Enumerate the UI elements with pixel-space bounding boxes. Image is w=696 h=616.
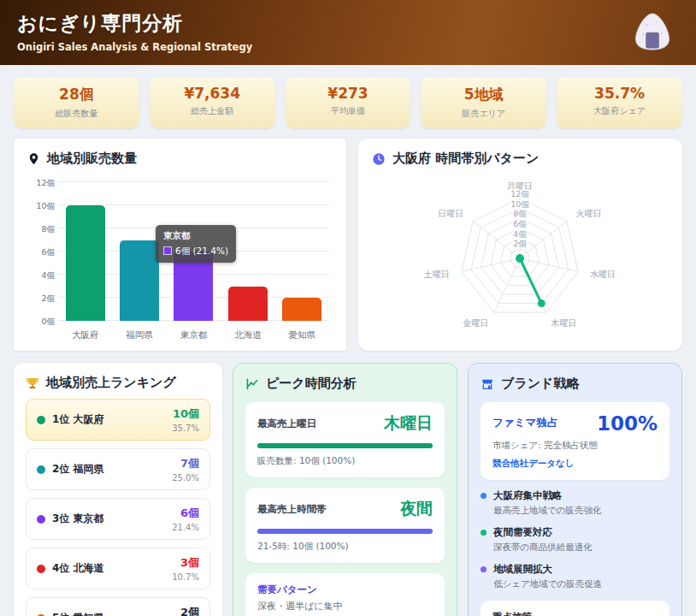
x-axis-tick: 愛知県 <box>275 329 329 341</box>
bar-大阪府[interactable] <box>66 205 105 321</box>
rank-value: 6個 <box>172 506 199 521</box>
peak-day-card: 最高売上曜日 木曜日 販売数量: 10個 (100%) <box>245 402 445 477</box>
kpi-avg-price: ¥273 平均単価 <box>286 77 411 128</box>
time-pattern-radar-panel: 大阪府 時間帯別パターン 月曜日火曜日水曜日木曜日金曜日土曜日日曜日2個4個6個… <box>358 139 682 351</box>
tooltip-swatch <box>163 246 172 255</box>
rank-dot <box>37 565 45 573</box>
rank-label: 2位 福岡県 <box>52 462 104 477</box>
strategy-heading: 地域展開拡大 <box>493 563 602 576</box>
brand-title-row: ブランド戦略 <box>481 376 669 392</box>
strategy-heading: 夜間需要対応 <box>493 526 593 539</box>
ranking-row-3: 3位 東京都6個21.4% <box>26 498 210 540</box>
x-axis-tick: 大阪府 <box>58 329 112 341</box>
radar-spoke <box>520 258 578 272</box>
strategy-text: 低シェア地域での販売促進 <box>493 578 602 590</box>
rank-label: 4位 北海道 <box>52 561 104 576</box>
radar-data-point-木曜日[interactable] <box>538 299 546 307</box>
radar-data-line[interactable] <box>520 258 541 304</box>
rank-share: 21.4% <box>172 523 199 532</box>
radar-spoke <box>520 221 567 258</box>
strategy-text: 深夜帯の商品供給最適化 <box>493 542 593 554</box>
peak-day-progress-bar <box>257 443 433 448</box>
rank-dot <box>37 465 45 474</box>
kpi-region-count: 5地域 販売エリア <box>421 77 546 128</box>
radar-tick-label: 8個 <box>513 209 527 218</box>
kpi-label: 販売エリア <box>426 108 541 120</box>
bullet-dot <box>481 566 487 572</box>
storefront-icon <box>481 377 494 391</box>
kpi-label: 総売上金額 <box>155 105 270 117</box>
y-axis-tick: 6個 <box>27 247 55 258</box>
key-measure-card: 重点施策 木曜夜間限定プロモーション <box>481 601 669 616</box>
radar-data-point-日曜日[interactable] <box>516 255 524 263</box>
y-axis-tick: 0個 <box>27 317 55 328</box>
bar-chart-title: 地域別販売数量 <box>47 151 137 167</box>
monopoly-value: 100% <box>597 412 658 435</box>
bullet-dot <box>481 493 487 499</box>
radar-axis-label: 火曜日 <box>576 209 602 218</box>
strategy-text: 最高売上地域での販売強化 <box>493 505 602 517</box>
demand-pattern-text: 深夜・週半ばに集中 <box>257 600 433 613</box>
rank-value: 3個 <box>172 555 199 571</box>
peak-timeband-label: 最高売上時間帯 <box>257 503 327 516</box>
strategy-item-expansion: 地域展開拡大 低シェア地域での販売促進 <box>481 563 669 590</box>
peak-timeband-value: 夜間 <box>400 498 433 520</box>
radar-tick-label: 12個 <box>510 189 529 198</box>
map-pin-icon <box>27 152 40 165</box>
rank-label: 1位 大阪府 <box>52 412 104 427</box>
rank-dot <box>37 416 45 424</box>
kpi-value: 28個 <box>19 85 134 104</box>
bar-北海道[interactable] <box>228 287 268 322</box>
monopoly-name: ファミマ独占 <box>493 416 557 430</box>
page-subtitle: Onigiri Sales Analysis & Regional Strate… <box>17 41 679 53</box>
rank-label: 5位 愛知県 <box>52 611 104 616</box>
radar-tick-label: 10個 <box>510 199 529 209</box>
strategy-heading: 大阪府集中戦略 <box>493 489 602 502</box>
x-axis-tick: 東京都 <box>167 329 221 341</box>
radar-chart-title-row: 大阪府 時間帯別パターン <box>372 151 669 167</box>
radar-axis-label: 日曜日 <box>438 209 463 218</box>
demand-pattern-card: 需要パターン 深夜・週半ばに集中 戦略提言 夜食需要の強化・木曜プロモーション <box>245 573 445 616</box>
peak-day-label: 最高売上曜日 <box>257 418 316 430</box>
competitor-note: 競合他社データなし <box>493 458 658 470</box>
rank-share: 10.7% <box>172 572 199 582</box>
rank-dot <box>37 515 45 524</box>
y-axis-tick: 8個 <box>27 224 55 235</box>
bar-愛知県[interactable] <box>282 298 321 321</box>
radar-axis-label: 土曜日 <box>423 270 450 279</box>
peak-day-value: 木曜日 <box>384 412 433 435</box>
bar-福岡県[interactable] <box>120 240 159 322</box>
chart-tooltip: 東京都6個 (21.4%) <box>156 225 236 263</box>
peak-title-row: ピーク時間分析 <box>245 376 445 392</box>
y-axis-tick: 2個 <box>27 293 55 305</box>
radar-chart-title: 大阪府 時間帯別パターン <box>392 151 539 167</box>
kpi-label: 平均単価 <box>291 105 406 117</box>
onigiri-icon <box>631 10 674 53</box>
y-axis-tick: 12個 <box>27 178 55 189</box>
radar-axis-label: 水曜日 <box>590 270 616 279</box>
brand-strategy-panel: ブランド戦略 ファミマ独占 100% 市場シェア: 完全独占状態 競合他社データ… <box>468 363 682 616</box>
kpi-label: 大阪府シェア <box>562 105 677 117</box>
peak-timeband-detail: 21-5時: 10個 (100%) <box>257 541 433 553</box>
ranking-row-4: 4位 北海道3個10.7% <box>26 548 210 589</box>
radar-axis-label: 金曜日 <box>463 318 489 328</box>
regional-ranking-panel: 地域別売上ランキング 1位 大阪府10個35.7%2位 福岡県7個25.0%3位… <box>14 363 222 616</box>
tooltip-title: 東京都 <box>163 230 228 242</box>
kpi-value: ¥7,634 <box>155 85 270 102</box>
rank-share: 35.7% <box>172 424 199 433</box>
y-axis-tick: 10個 <box>27 201 55 212</box>
strategy-item-osaka: 大阪府集中戦略 最高売上地域での販売強化 <box>481 489 669 517</box>
peak-title: ピーク時間分析 <box>266 376 357 392</box>
bar-chart: 0個2個4個6個8個10個12個大阪府福岡県東京都北海道愛知県東京都6個 (21… <box>27 175 333 343</box>
charts-row: 地域別販売数量 0個2個4個6個8個10個12個大阪府福岡県東京都北海道愛知県東… <box>14 139 682 351</box>
app-header: おにぎり専門分析 Onigiri Sales Analysis & Region… <box>0 0 696 65</box>
trend-chart-icon <box>245 377 259 391</box>
bottom-row: 地域別売上ランキング 1位 大阪府10個35.7%2位 福岡県7個25.0%3位… <box>14 363 682 616</box>
ranking-row-2: 2位 福岡県7個25.0% <box>26 448 210 490</box>
rank-value: 7個 <box>172 456 199 471</box>
key-measure-heading: 重点施策 <box>493 611 658 616</box>
page-title: おにぎり専門分析 <box>17 10 679 37</box>
radar-tick-label: 2個 <box>513 239 527 248</box>
rank-value: 2個 <box>178 605 199 616</box>
ranking-title: 地域別売上ランキング <box>46 375 176 391</box>
